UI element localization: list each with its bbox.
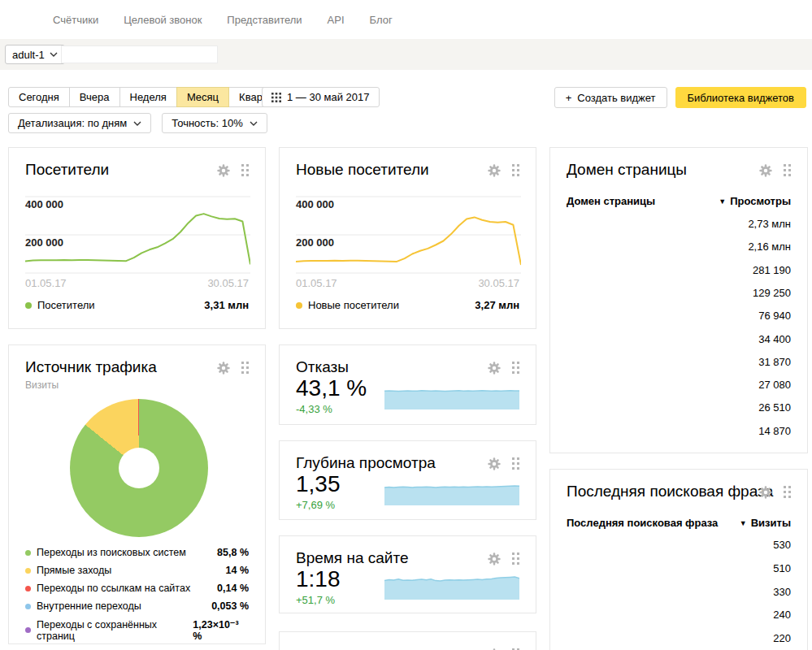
gear-icon[interactable]: [487, 552, 502, 566]
table-header-metric-label: Просмотры: [730, 195, 791, 207]
counter-select[interactable]: adult-1: [5, 45, 65, 64]
drag-handle-icon[interactable]: [512, 552, 519, 565]
create-widget-label: Создать виджет: [577, 92, 655, 104]
metrica-dashboard: Счётчики Целевой звонок Представители AP…: [0, 0, 812, 650]
y-axis-label: 400 000: [296, 198, 334, 210]
legend-value: 0,14 %: [217, 583, 249, 594]
detalization-dropdown[interactable]: Детализация: по дням: [8, 113, 151, 133]
table-row: 31 870: [758, 356, 791, 368]
widget-depth: Глубина просмотра 1,35 +7,69 %: [279, 440, 536, 520]
legend-item: Прямые заходы 14 %: [25, 565, 249, 576]
widget-title: Новые посетители: [296, 161, 429, 179]
drag-handle-icon[interactable]: [784, 164, 791, 176]
legend-label: Переходы с сохранённых страниц: [37, 619, 193, 642]
calendar-grid-icon: [271, 93, 281, 102]
table-row: 510: [773, 562, 791, 574]
widget-library-label: Библиотека виджетов: [688, 92, 795, 104]
widget-last-phrase: Последняя поисковая фраза Последняя поис…: [549, 469, 808, 650]
widget-new-visitors: Новые посетители 400 000 200 000 01.05.1…: [279, 147, 536, 329]
filter-row: Детализация: по дням Точность: 10%: [8, 113, 267, 133]
traffic-source-donut-chart: [70, 399, 208, 537]
table-row: 14 870: [758, 425, 791, 437]
nav-target-call[interactable]: Целевой звонок: [124, 14, 202, 26]
legend-item: Внутренние переходы 0,053 %: [25, 600, 249, 612]
widget-title: Отказы: [296, 358, 349, 376]
legend-dot: [25, 586, 31, 592]
widget-title: Последняя поисковая фраза: [567, 483, 773, 500]
drag-handle-icon[interactable]: [241, 164, 249, 176]
table-header-metric-label: Визиты: [751, 517, 791, 529]
legend-item: Переходы с сохранённых страниц 1,23×10⁻³…: [25, 618, 249, 642]
table-header-dimension[interactable]: Домен страницы: [567, 195, 655, 207]
gear-icon[interactable]: [487, 457, 502, 471]
top-nav: Счётчики Целевой звонок Представители AP…: [0, 0, 812, 39]
legend-total: 3,31 млн: [204, 299, 249, 311]
y-axis-label: 400 000: [25, 198, 63, 210]
x-axis-end: 30.05.17: [478, 277, 519, 289]
x-axis-start: 01.05.17: [296, 277, 337, 289]
table-row: 281 190: [753, 264, 791, 276]
period-week[interactable]: Неделя: [119, 87, 177, 107]
period-today[interactable]: Сегодня: [8, 87, 70, 107]
widget-title: Глубина просмотра: [296, 454, 436, 472]
drag-handle-icon[interactable]: [241, 362, 249, 374]
table-row: 34 400: [758, 333, 791, 345]
gear-icon[interactable]: [216, 361, 231, 375]
chevron-down-icon: [250, 121, 258, 126]
gear-icon[interactable]: [216, 163, 231, 178]
metric-delta: +51,7 %: [296, 594, 335, 606]
metric-delta: -4,33 %: [296, 403, 332, 415]
legend-label: Прямые заходы: [37, 565, 111, 576]
detalization-label: Детализация: по дням: [18, 117, 127, 129]
counter-select-label: adult-1: [12, 49, 45, 61]
gear-icon[interactable]: [758, 485, 773, 500]
nav-api[interactable]: API: [328, 14, 345, 26]
drag-handle-icon[interactable]: [784, 486, 791, 498]
legend-label: Внутренние переходы: [37, 600, 141, 612]
chevron-down-icon: [133, 121, 141, 126]
gear-icon[interactable]: [487, 361, 502, 375]
legend-item: Переходы по ссылкам на сайтах 0,14 %: [25, 583, 249, 594]
sort-desc-icon: ▼: [740, 519, 747, 527]
table-row: 530: [773, 539, 791, 551]
gear-icon[interactable]: [758, 163, 773, 178]
table-header-metric[interactable]: ▼ Визиты: [740, 517, 791, 529]
table-header-metric[interactable]: ▼ Просмотры: [719, 195, 791, 207]
legend-label: Новые посетители: [308, 299, 399, 311]
drag-handle-icon[interactable]: [512, 362, 519, 374]
period-month[interactable]: Месяц: [176, 87, 229, 107]
widget-actions: + Создать виджет Библиотека виджетов: [554, 87, 806, 108]
drag-handle-icon[interactable]: [512, 457, 519, 470]
legend-dot: [25, 604, 31, 609]
nav-counters[interactable]: Счётчики: [53, 14, 98, 26]
search-input[interactable]: [61, 46, 218, 63]
nav-representatives[interactable]: Представители: [227, 14, 302, 26]
legend-item: Переходы из поисковых систем 85,8 %: [25, 547, 249, 558]
widget-title: Посетители: [25, 161, 109, 179]
table-row: 26 510: [758, 401, 791, 414]
date-range-button[interactable]: 1 — 30 май 2017: [262, 87, 380, 107]
widget-library-button[interactable]: Библиотека виджетов: [675, 87, 807, 108]
create-widget-button[interactable]: + Создать виджет: [554, 87, 667, 108]
gear-icon[interactable]: [487, 163, 502, 178]
nav-blog[interactable]: Блог: [370, 14, 393, 26]
legend-value: 85,8 %: [217, 547, 249, 558]
drag-handle-icon[interactable]: [512, 164, 519, 176]
accuracy-dropdown[interactable]: Точность: 10%: [162, 113, 267, 133]
metric-value: 1,35: [296, 471, 341, 497]
period-yesterday[interactable]: Вчера: [69, 87, 120, 107]
bounce-sparkline: [384, 388, 519, 410]
widget-page-domain: Домен страницы Домен страницы ▼ Просмотр…: [549, 147, 808, 453]
metric-value: 1:18: [296, 566, 341, 592]
table-row: 2,73 млн: [748, 218, 791, 230]
table-header-dimension[interactable]: Последняя поисковая фраза: [567, 517, 718, 529]
chart-legend: Новые посетители 3,27 млн: [296, 299, 519, 311]
chevron-down-icon: [50, 52, 58, 57]
y-axis-label: 200 000: [25, 236, 63, 249]
widget-visitors: Посетители 400 000 200 000 01.05.17 30.0…: [8, 147, 266, 329]
legend-label: Переходы по ссылкам на сайтах: [37, 583, 190, 594]
y-axis-label: 200 000: [296, 236, 334, 249]
legend-dot: [25, 550, 31, 556]
sort-desc-icon: ▼: [719, 197, 726, 206]
widget-time-on-site: Время на сайте 1:18 +51,7 %: [279, 535, 536, 613]
